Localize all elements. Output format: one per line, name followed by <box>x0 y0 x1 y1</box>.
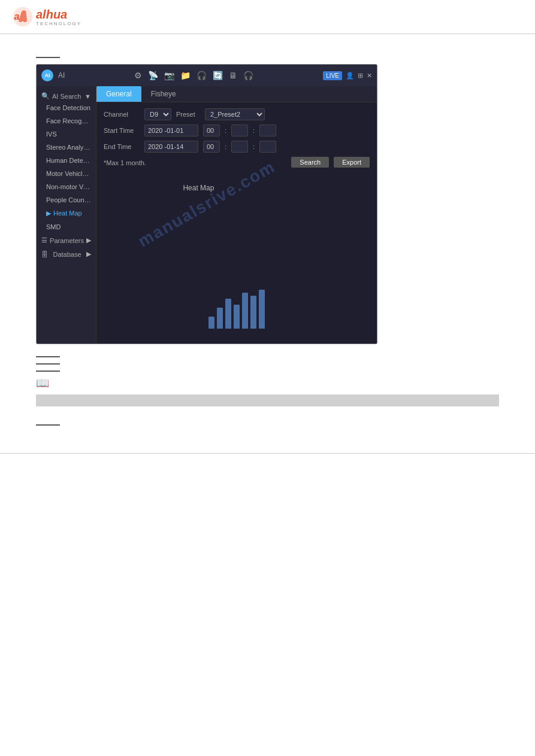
chart-title: Heat Map <box>183 184 214 192</box>
display-icon[interactable]: 🖥 <box>229 71 237 80</box>
database-arrow: ▶ <box>86 250 91 258</box>
refresh-icon[interactable]: 🔄 <box>213 71 223 80</box>
bar-2 <box>217 308 223 329</box>
preset-label: Preset <box>176 111 200 118</box>
start-time-hh-input[interactable] <box>203 125 220 136</box>
start-time-label: Start Time <box>104 127 140 134</box>
toolbar-right: LIVE 👤 ⊞ ✕ <box>323 71 372 80</box>
start-time-row: Start Time : : <box>104 125 370 136</box>
start-time-date-input[interactable] <box>144 125 198 136</box>
ai-search-icon: 🔍 <box>41 92 50 100</box>
folder-icon[interactable]: 📁 <box>180 71 191 80</box>
grid-icon[interactable]: ⊞ <box>358 72 363 80</box>
settings-icon[interactable]: ⚙ <box>134 71 142 80</box>
sidebar-item-face-recognition[interactable]: Face Recognition <box>37 114 96 127</box>
time-colon-4: : <box>253 143 255 150</box>
chart-bars <box>208 290 265 332</box>
bar-5 <box>242 293 248 329</box>
sidebar-item-heat-map[interactable]: ▶Heat Map <box>37 207 96 220</box>
end-time-mm-input[interactable] <box>231 141 248 153</box>
bottom-divider-3 <box>36 371 60 372</box>
ai-search-label: AI Search <box>52 93 81 100</box>
bar-1 <box>208 317 214 329</box>
network-icon[interactable]: 📡 <box>148 71 158 80</box>
max-note: *Max 1 month. <box>104 159 146 166</box>
toolbar-left: AI AI <box>41 69 65 81</box>
sidebar-database[interactable]: 🗄 Database ▶ <box>37 247 96 261</box>
close-icon[interactable]: ✕ <box>367 72 372 80</box>
logo: a alhua TECHNOLOGY <box>12 6 81 28</box>
bar-4 <box>234 305 240 329</box>
bar-7 <box>259 290 265 329</box>
time-colon-2: : <box>253 127 255 134</box>
sidebar-item-motor-vehicle[interactable]: Motor Vehicle... <box>37 167 96 180</box>
end-time-ss-input[interactable] <box>259 141 276 153</box>
bottom-divider-2 <box>36 363 60 365</box>
toolbar-icons[interactable]: ⚙ 📡 📷 📁 🎧 🔄 🖥 🎧 <box>134 71 253 80</box>
audio2-icon[interactable]: 🎧 <box>243 71 253 80</box>
app-main: General Fisheye Channel D9 Preset 2_Pres… <box>96 86 377 344</box>
chart-area: Heat Map <box>96 178 377 344</box>
end-time-hh-input[interactable] <box>203 141 220 153</box>
sidebar-item-stereo-analysis[interactable]: Stereo Analysis <box>37 141 96 154</box>
logo-name: alhua <box>36 8 81 21</box>
sidebar-parameters[interactable]: ☰ Parameters ▶ <box>37 233 96 247</box>
sidebar-item-ivs[interactable]: IVS <box>37 127 96 141</box>
ai-label: AI <box>58 71 65 80</box>
export-button[interactable]: Export <box>334 157 370 168</box>
form-area: Channel D9 Preset 2_Preset2 Start Time <box>96 102 377 178</box>
live-badge: LIVE <box>323 71 342 80</box>
tab-general[interactable]: General <box>96 86 141 102</box>
page-content: AI AI ⚙ 📡 📷 📁 🎧 🔄 🖥 🎧 LIVE 👤 ⊞ ✕ <box>0 34 535 441</box>
search-button[interactable]: Search <box>291 157 329 168</box>
ai-search-arrow: ▼ <box>84 93 91 100</box>
ai-icon: AI <box>41 69 53 81</box>
app-sidebar: 🔍 AI Search ▼ Face Detection Face Recogn… <box>37 86 96 344</box>
time-colon-3: : <box>225 143 226 150</box>
sidebar-item-human-detection[interactable]: Human Detection <box>37 154 96 167</box>
page-header: a alhua TECHNOLOGY <box>0 0 535 34</box>
book-icon: 📖 <box>36 377 49 389</box>
end-time-date-input[interactable] <box>144 141 198 153</box>
start-time-ss-input[interactable] <box>259 125 276 136</box>
app-body: 🔍 AI Search ▼ Face Detection Face Recogn… <box>37 86 377 344</box>
user-icon[interactable]: 👤 <box>346 72 354 80</box>
time-colon-1: : <box>225 127 226 134</box>
app-screenshot: AI AI ⚙ 📡 📷 📁 🎧 🔄 🖥 🎧 LIVE 👤 ⊞ ✕ <box>36 64 377 344</box>
tab-bar: General Fisheye <box>96 86 377 102</box>
database-label: Database <box>53 251 81 258</box>
channel-row: Channel D9 Preset 2_Preset2 <box>104 108 370 120</box>
svg-text:a: a <box>14 11 20 22</box>
parameters-label: Parameters <box>50 237 84 244</box>
channel-label: Channel <box>104 111 140 118</box>
preset-dropdown[interactable]: 2_Preset2 <box>205 108 265 120</box>
audio-icon[interactable]: 🎧 <box>197 71 207 80</box>
bar-3 <box>225 299 231 329</box>
top-divider <box>36 57 60 58</box>
start-time-mm-input[interactable] <box>231 125 248 136</box>
gray-bar <box>36 394 499 406</box>
sidebar-item-face-detection[interactable]: Face Detection <box>37 101 96 114</box>
parameters-arrow: ▶ <box>86 236 91 244</box>
camera-icon[interactable]: 📷 <box>164 71 174 80</box>
page-footer-line <box>0 453 535 454</box>
tab-fisheye[interactable]: Fisheye <box>141 86 186 102</box>
sidebar-ai-search[interactable]: 🔍 AI Search ▼ <box>37 89 96 101</box>
bar-6 <box>250 296 256 329</box>
bottom-divider-1 <box>36 356 60 357</box>
parameters-icon: ☰ <box>41 236 47 244</box>
end-time-label: End Time <box>104 143 140 150</box>
note-icon-container: 📖 <box>36 377 499 390</box>
lower-divider <box>36 424 60 426</box>
sidebar-item-non-motor[interactable]: Non-motor Ve... <box>37 180 96 193</box>
logo-icon: a <box>12 6 34 28</box>
sidebar-item-smd[interactable]: SMD <box>37 220 96 233</box>
channel-dropdown[interactable]: D9 <box>144 108 171 120</box>
app-toolbar: AI AI ⚙ 📡 📷 📁 🎧 🔄 🖥 🎧 LIVE 👤 ⊞ ✕ <box>37 65 377 86</box>
logo-subtitle: TECHNOLOGY <box>36 21 81 26</box>
end-time-row: End Time : : <box>104 141 370 153</box>
database-icon: 🗄 <box>41 251 48 258</box>
max-note-row: *Max 1 month. Search Export <box>104 157 370 168</box>
sidebar-item-people-counting[interactable]: People Counting <box>37 193 96 207</box>
